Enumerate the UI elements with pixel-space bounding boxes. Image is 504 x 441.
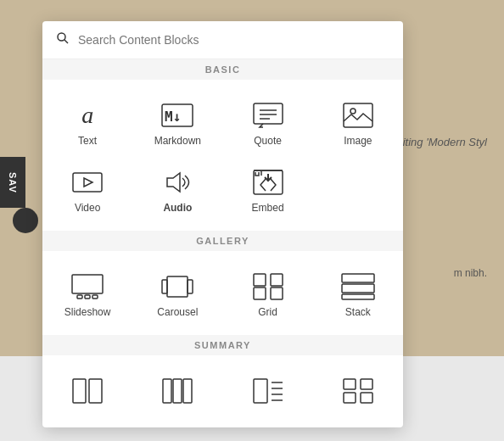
- block-quote-label: Quote: [254, 135, 282, 147]
- section-header-summary: SUMMARY: [42, 335, 403, 355]
- block-stack[interactable]: Stack: [313, 260, 403, 327]
- svg-point-0: [58, 33, 65, 41]
- block-image[interactable]: Image: [313, 88, 403, 155]
- embed-icon: [251, 167, 285, 197]
- block-text[interactable]: a Text: [42, 88, 132, 155]
- svg-rect-8: [344, 103, 372, 127]
- svg-rect-27: [271, 287, 283, 299]
- save-button[interactable]: SAV: [0, 157, 25, 208]
- svg-line-1: [64, 40, 68, 43]
- block-text-label: Text: [78, 135, 97, 147]
- block-summary4[interactable]: [313, 364, 403, 419]
- svg-rect-25: [271, 274, 283, 286]
- block-stack-label: Stack: [345, 306, 371, 318]
- stack-icon: [341, 271, 375, 301]
- block-audio-label: Audio: [163, 202, 192, 214]
- summary2-icon: [160, 376, 194, 405]
- markdown-icon: M↓: [160, 100, 194, 130]
- svg-rect-34: [173, 379, 182, 403]
- quote-icon: [251, 100, 285, 130]
- svg-rect-33: [163, 379, 171, 403]
- svg-rect-43: [344, 393, 356, 403]
- svg-rect-29: [342, 284, 374, 293]
- svg-rect-24: [254, 274, 266, 286]
- svg-rect-35: [183, 379, 192, 403]
- carousel-icon: [160, 271, 194, 301]
- block-quote[interactable]: Quote: [223, 88, 313, 155]
- summary4-icon: [341, 376, 375, 405]
- search-input[interactable]: [78, 33, 389, 47]
- block-video-label: Video: [75, 202, 100, 214]
- block-grid-label: Grid: [258, 306, 277, 318]
- block-audio[interactable]: Audio: [132, 155, 222, 222]
- block-carousel[interactable]: Carousel: [132, 260, 222, 327]
- svg-rect-4: [254, 103, 283, 124]
- image-icon: [341, 100, 375, 130]
- block-embed[interactable]: Embed: [223, 155, 313, 222]
- block-summary3[interactable]: [223, 364, 313, 419]
- summary1-icon: [70, 376, 104, 405]
- svg-marker-12: [167, 173, 180, 192]
- block-markdown-label: Markdown: [154, 135, 201, 147]
- svg-marker-11: [84, 178, 92, 187]
- block-slideshow[interactable]: Slideshow: [42, 260, 132, 327]
- summary-blocks-grid: [42, 355, 403, 427]
- svg-rect-28: [342, 274, 374, 282]
- svg-rect-20: [92, 295, 98, 299]
- block-carousel-label: Carousel: [157, 306, 198, 318]
- block-embed-label: Embed: [252, 202, 284, 214]
- svg-rect-19: [85, 295, 90, 299]
- svg-rect-32: [89, 379, 102, 403]
- search-bar: [42, 21, 403, 59]
- slideshow-icon: [70, 271, 104, 301]
- block-markdown[interactable]: M↓ Markdown: [132, 88, 222, 155]
- svg-rect-30: [342, 294, 374, 299]
- svg-rect-36: [254, 379, 267, 403]
- block-slideshow-label: Slideshow: [64, 306, 111, 318]
- audio-icon: [160, 167, 194, 197]
- svg-rect-10: [73, 173, 102, 192]
- bg-edit-text: diting 'Modern Styl: [396, 136, 487, 148]
- video-icon: [70, 167, 104, 197]
- bg-dot: [13, 208, 38, 233]
- block-summary2[interactable]: [132, 364, 222, 419]
- basic-blocks-grid: a Text M↓ Markdown: [42, 80, 403, 231]
- svg-rect-42: [361, 379, 372, 389]
- gallery-blocks-grid: Slideshow Carousel Grid: [42, 251, 403, 335]
- svg-rect-31: [73, 379, 86, 403]
- text-icon: a: [70, 100, 104, 130]
- content-blocks-panel: BASIC a Text M↓ Markdown: [42, 21, 403, 427]
- svg-rect-21: [167, 276, 188, 297]
- svg-rect-41: [344, 379, 356, 389]
- svg-rect-22: [162, 280, 167, 293]
- summary3-icon: [251, 376, 285, 405]
- svg-rect-17: [72, 275, 103, 293]
- svg-rect-18: [77, 295, 82, 299]
- bg-body-text: m nibh.: [454, 267, 487, 279]
- svg-point-9: [350, 109, 356, 114]
- block-summary1[interactable]: [42, 364, 132, 419]
- grid-icon: [251, 271, 285, 301]
- svg-rect-23: [188, 280, 193, 293]
- block-image-label: Image: [344, 135, 372, 147]
- svg-text:M↓: M↓: [165, 109, 181, 125]
- svg-rect-26: [254, 287, 266, 299]
- search-icon: [56, 31, 70, 48]
- section-header-gallery: GALLERY: [42, 231, 403, 251]
- block-video[interactable]: Video: [42, 155, 132, 222]
- section-header-basic: BASIC: [42, 59, 403, 80]
- svg-rect-44: [361, 393, 372, 403]
- block-grid[interactable]: Grid: [223, 260, 313, 327]
